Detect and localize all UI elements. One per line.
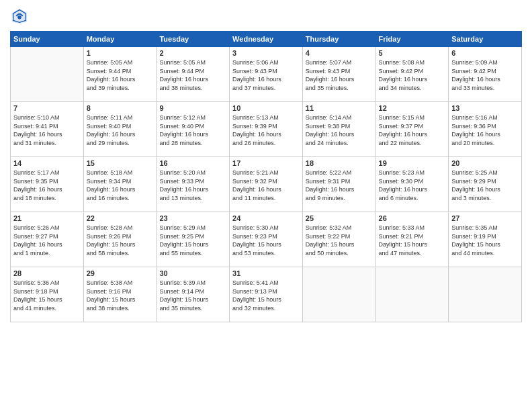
day-number: 5 <box>379 49 446 57</box>
day-number: 27 <box>451 214 519 222</box>
day-info: Sunrise: 5:05 AM Sunset: 9:44 PM Dayligh… <box>87 58 154 92</box>
day-cell: 16Sunrise: 5:20 AM Sunset: 9:33 PM Dayli… <box>157 157 230 212</box>
day-number: 13 <box>451 104 519 112</box>
day-info: Sunrise: 5:26 AM Sunset: 9:27 PM Dayligh… <box>13 224 81 257</box>
day-info: Sunrise: 5:29 AM Sunset: 9:25 PM Dayligh… <box>159 224 226 257</box>
day-info: Sunrise: 5:17 AM Sunset: 9:35 PM Dayligh… <box>13 169 81 202</box>
day-cell: 9Sunrise: 5:12 AM Sunset: 9:40 PM Daylig… <box>157 102 230 157</box>
day-number: 1 <box>87 49 154 57</box>
day-cell: 8Sunrise: 5:11 AM Sunset: 9:40 PM Daylig… <box>83 102 157 157</box>
day-info: Sunrise: 5:07 AM Sunset: 9:43 PM Dayligh… <box>306 58 373 92</box>
logo <box>10 7 32 26</box>
header-cell-thursday: Thursday <box>302 32 375 47</box>
day-info: Sunrise: 5:05 AM Sunset: 9:44 PM Dayligh… <box>159 58 226 92</box>
week-row-1: 7Sunrise: 5:10 AM Sunset: 9:41 PM Daylig… <box>11 102 522 157</box>
day-info: Sunrise: 5:09 AM Sunset: 9:42 PM Dayligh… <box>451 58 519 92</box>
calendar-page: SundayMondayTuesdayWednesdayThursdayFrid… <box>0 0 532 411</box>
day-info: Sunrise: 5:11 AM Sunset: 9:40 PM Dayligh… <box>87 113 154 147</box>
day-number: 24 <box>232 214 300 222</box>
day-number: 17 <box>232 159 300 167</box>
day-number: 2 <box>159 49 226 57</box>
day-info: Sunrise: 5:18 AM Sunset: 9:34 PM Dayligh… <box>87 169 154 202</box>
day-cell: 10Sunrise: 5:13 AM Sunset: 9:39 PM Dayli… <box>230 102 303 157</box>
day-number: 29 <box>87 269 154 277</box>
day-info: Sunrise: 5:38 AM Sunset: 9:16 PM Dayligh… <box>87 279 154 312</box>
day-cell: 21Sunrise: 5:26 AM Sunset: 9:27 PM Dayli… <box>11 212 84 267</box>
day-number: 15 <box>87 159 154 167</box>
day-number: 16 <box>159 159 226 167</box>
day-cell: 24Sunrise: 5:30 AM Sunset: 9:23 PM Dayli… <box>230 212 303 267</box>
day-number: 11 <box>306 104 373 112</box>
header-cell-tuesday: Tuesday <box>157 32 230 47</box>
day-cell <box>302 267 375 322</box>
day-number: 6 <box>451 49 519 57</box>
week-row-0: 1Sunrise: 5:05 AM Sunset: 9:44 PM Daylig… <box>11 47 522 102</box>
svg-point-2 <box>17 15 21 19</box>
day-cell: 3Sunrise: 5:06 AM Sunset: 9:43 PM Daylig… <box>230 47 303 102</box>
header-cell-wednesday: Wednesday <box>230 32 303 47</box>
day-info: Sunrise: 5:10 AM Sunset: 9:41 PM Dayligh… <box>13 113 81 147</box>
day-number: 10 <box>232 104 300 112</box>
day-number: 4 <box>306 49 373 57</box>
day-number: 3 <box>232 49 300 57</box>
day-info: Sunrise: 5:16 AM Sunset: 9:36 PM Dayligh… <box>451 113 519 147</box>
day-info: Sunrise: 5:36 AM Sunset: 9:18 PM Dayligh… <box>13 279 81 312</box>
day-cell <box>375 267 449 322</box>
day-cell: 5Sunrise: 5:08 AM Sunset: 9:42 PM Daylig… <box>375 47 449 102</box>
day-cell: 17Sunrise: 5:21 AM Sunset: 9:32 PM Dayli… <box>230 157 303 212</box>
day-number: 19 <box>379 159 446 167</box>
day-number: 8 <box>87 104 154 112</box>
day-cell: 30Sunrise: 5:39 AM Sunset: 9:14 PM Dayli… <box>157 267 230 322</box>
day-info: Sunrise: 5:20 AM Sunset: 9:33 PM Dayligh… <box>159 169 226 202</box>
calendar-table: SundayMondayTuesdayWednesdayThursdayFrid… <box>10 31 522 322</box>
day-number: 31 <box>232 269 300 277</box>
day-info: Sunrise: 5:33 AM Sunset: 9:21 PM Dayligh… <box>379 224 446 257</box>
day-cell <box>449 267 522 322</box>
day-info: Sunrise: 5:32 AM Sunset: 9:22 PM Dayligh… <box>306 224 373 257</box>
day-cell: 26Sunrise: 5:33 AM Sunset: 9:21 PM Dayli… <box>375 212 449 267</box>
day-cell: 29Sunrise: 5:38 AM Sunset: 9:16 PM Dayli… <box>83 267 157 322</box>
day-cell: 28Sunrise: 5:36 AM Sunset: 9:18 PM Dayli… <box>11 267 84 322</box>
day-info: Sunrise: 5:13 AM Sunset: 9:39 PM Dayligh… <box>232 113 300 147</box>
day-info: Sunrise: 5:21 AM Sunset: 9:32 PM Dayligh… <box>232 169 300 202</box>
header-cell-monday: Monday <box>83 32 157 47</box>
header-cell-friday: Friday <box>375 32 449 47</box>
day-number: 30 <box>159 269 226 277</box>
day-number: 28 <box>13 269 81 277</box>
day-number: 23 <box>159 214 226 222</box>
day-cell: 20Sunrise: 5:25 AM Sunset: 9:29 PM Dayli… <box>449 157 522 212</box>
day-info: Sunrise: 5:41 AM Sunset: 9:13 PM Dayligh… <box>232 279 300 312</box>
day-cell: 12Sunrise: 5:15 AM Sunset: 9:37 PM Dayli… <box>375 102 449 157</box>
day-number: 25 <box>306 214 373 222</box>
day-cell: 1Sunrise: 5:05 AM Sunset: 9:44 PM Daylig… <box>83 47 157 102</box>
day-cell: 4Sunrise: 5:07 AM Sunset: 9:43 PM Daylig… <box>302 47 375 102</box>
day-info: Sunrise: 5:14 AM Sunset: 9:38 PM Dayligh… <box>306 113 373 147</box>
day-number: 20 <box>451 159 519 167</box>
day-cell: 22Sunrise: 5:28 AM Sunset: 9:26 PM Dayli… <box>83 212 157 267</box>
day-cell: 23Sunrise: 5:29 AM Sunset: 9:25 PM Dayli… <box>157 212 230 267</box>
header-cell-sunday: Sunday <box>11 32 84 47</box>
day-info: Sunrise: 5:25 AM Sunset: 9:29 PM Dayligh… <box>451 169 519 202</box>
day-cell: 7Sunrise: 5:10 AM Sunset: 9:41 PM Daylig… <box>11 102 84 157</box>
day-info: Sunrise: 5:28 AM Sunset: 9:26 PM Dayligh… <box>87 224 154 257</box>
day-number: 21 <box>13 214 81 222</box>
day-info: Sunrise: 5:22 AM Sunset: 9:31 PM Dayligh… <box>306 169 373 202</box>
day-cell <box>11 47 84 102</box>
header-row: SundayMondayTuesdayWednesdayThursdayFrid… <box>11 32 522 47</box>
header <box>10 7 522 26</box>
day-info: Sunrise: 5:30 AM Sunset: 9:23 PM Dayligh… <box>232 224 300 257</box>
day-number: 7 <box>13 104 81 112</box>
logo-icon <box>10 7 29 26</box>
day-cell: 11Sunrise: 5:14 AM Sunset: 9:38 PM Dayli… <box>302 102 375 157</box>
day-info: Sunrise: 5:06 AM Sunset: 9:43 PM Dayligh… <box>232 58 300 92</box>
day-info: Sunrise: 5:12 AM Sunset: 9:40 PM Dayligh… <box>159 113 226 147</box>
day-cell: 25Sunrise: 5:32 AM Sunset: 9:22 PM Dayli… <box>302 212 375 267</box>
day-cell: 18Sunrise: 5:22 AM Sunset: 9:31 PM Dayli… <box>302 157 375 212</box>
day-info: Sunrise: 5:39 AM Sunset: 9:14 PM Dayligh… <box>159 279 226 312</box>
week-row-4: 28Sunrise: 5:36 AM Sunset: 9:18 PM Dayli… <box>11 267 522 322</box>
day-number: 12 <box>379 104 446 112</box>
week-row-3: 21Sunrise: 5:26 AM Sunset: 9:27 PM Dayli… <box>11 212 522 267</box>
day-number: 18 <box>306 159 373 167</box>
day-number: 26 <box>379 214 446 222</box>
day-info: Sunrise: 5:23 AM Sunset: 9:30 PM Dayligh… <box>379 169 446 202</box>
